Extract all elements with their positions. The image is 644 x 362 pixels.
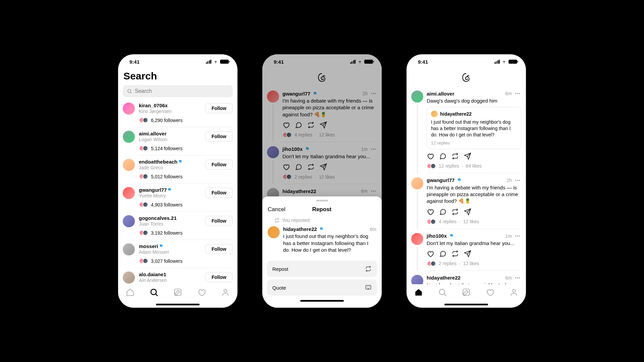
repost-icon[interactable] [307, 163, 315, 171]
repost-icon[interactable] [451, 250, 459, 257]
svg-point-12 [371, 191, 372, 192]
more-icon[interactable] [514, 233, 521, 239]
follower-avatars [282, 174, 292, 180]
username[interactable]: kiran_0706x [139, 103, 202, 108]
reply-icon[interactable] [295, 121, 302, 129]
username[interactable]: mosseri [139, 243, 202, 249]
post-username[interactable]: gwangurl77 [282, 91, 310, 97]
username[interactable]: gogoncalves.21 [139, 215, 202, 221]
post[interactable]: hidayathere226mI just found out that my … [407, 271, 526, 284]
tab-search[interactable] [150, 288, 158, 297]
like-count[interactable]: 12 likes [319, 132, 335, 137]
user-row[interactable]: alo.daiane1Airi AndersenFollow [118, 268, 237, 284]
username[interactable]: aimi.allover [139, 131, 202, 136]
tab-activity[interactable] [486, 288, 494, 297]
repost-icon[interactable] [451, 208, 459, 216]
repost-icon[interactable] [307, 121, 315, 129]
reply-icon[interactable] [439, 250, 446, 257]
post-username[interactable]: jiho100x [282, 146, 303, 152]
follower-count: 4,903 followers [151, 202, 182, 207]
reply-count[interactable]: 2 replies [439, 261, 457, 266]
post[interactable]: gwangurl772hI'm having a debate with my … [407, 173, 526, 229]
post-username[interactable]: aimi.allover [427, 91, 454, 97]
post-username[interactable]: gwangurl77 [427, 177, 454, 183]
user-row[interactable]: gwangurl77Yvette Mistry4,903 followersFo… [118, 184, 237, 212]
like-count[interactable]: 12 likes [463, 261, 479, 266]
follow-button[interactable]: Follow [205, 131, 233, 141]
app-header [262, 69, 382, 86]
like-count[interactable]: 12 likes [319, 174, 335, 180]
user-row[interactable]: mosseriAdam Mosseri3,027 followersFollow [118, 240, 237, 268]
tab-profile[interactable] [221, 288, 230, 297]
like-count[interactable]: 64 likes [466, 163, 482, 169]
post[interactable]: aimi.allover6mDawg's dawg's dog dogged h… [407, 86, 526, 173]
user-row[interactable]: gogoncalves.21Juan Torres3,192 followers… [118, 212, 237, 240]
post-username[interactable]: hidayathere22 [282, 188, 316, 194]
post[interactable]: gwangurl772hI'm having a debate with my … [262, 86, 382, 142]
like-icon[interactable] [282, 121, 290, 129]
post[interactable]: jiho100x1mDon't let my Italian grandma h… [407, 229, 526, 271]
share-icon[interactable] [320, 121, 327, 129]
user-row[interactable]: aimi.alloverLogan Wilson5,124 followersF… [118, 127, 237, 156]
reply-icon[interactable] [295, 163, 302, 171]
tab-search[interactable] [438, 288, 447, 297]
username[interactable]: gwangurl77 [139, 187, 202, 193]
more-icon[interactable] [370, 146, 377, 152]
repost-button[interactable]: Repost [267, 261, 377, 277]
more-icon[interactable] [370, 90, 377, 97]
username[interactable]: alo.daiane1 [139, 272, 202, 277]
follow-button[interactable]: Follow [205, 216, 233, 226]
more-icon[interactable] [370, 188, 377, 194]
tab-compose[interactable] [173, 288, 182, 297]
share-icon[interactable] [464, 153, 471, 160]
sheet-grabber[interactable] [316, 200, 328, 201]
more-icon[interactable] [514, 90, 521, 97]
thread-line [273, 105, 273, 142]
post-username[interactable]: jiho100x [427, 233, 447, 239]
like-icon[interactable] [427, 250, 434, 257]
follow-button[interactable]: Follow [205, 103, 233, 113]
username[interactable]: endoatthebeach [139, 159, 202, 165]
share-icon[interactable] [320, 163, 327, 171]
verified-badge-icon [305, 147, 310, 151]
tab-profile[interactable] [509, 288, 518, 297]
quoted-post[interactable]: hidayathere22I just found out that my ne… [427, 107, 521, 149]
reply-count[interactable]: 4 replies [439, 219, 457, 224]
reply-count[interactable]: 12 replies [439, 163, 459, 169]
quoted-replies[interactable]: 12 replies [431, 140, 517, 145]
more-icon[interactable] [514, 177, 521, 183]
more-icon[interactable] [514, 275, 521, 281]
tab-home[interactable] [414, 288, 423, 297]
follower-count: 5,124 followers [151, 146, 182, 151]
reply-icon[interactable] [439, 208, 446, 216]
sheet-post-username[interactable]: hidayathere22 [283, 226, 317, 232]
like-icon[interactable] [282, 163, 290, 171]
cancel-button[interactable]: Cancel [268, 206, 285, 213]
user-row[interactable]: endoatthebeachJade Greco5,012 followersF… [118, 156, 237, 184]
search-field[interactable] [123, 85, 233, 97]
fullname: Adam Mosseri [139, 249, 202, 255]
avatar [411, 177, 423, 189]
like-count[interactable]: 12 likes [463, 219, 479, 224]
post[interactable]: jiho100x1mDon't let my Italian grandma h… [262, 142, 382, 184]
reply-count[interactable]: 2 replies [294, 174, 312, 180]
share-icon[interactable] [464, 208, 471, 216]
follow-button[interactable]: Follow [205, 244, 233, 254]
follow-button[interactable]: Follow [205, 188, 233, 198]
user-row[interactable]: kiran_0706xKirsi Jørgensen6,290 follower… [118, 99, 237, 127]
tab-home[interactable] [126, 288, 135, 297]
share-icon[interactable] [464, 250, 471, 257]
reply-count[interactable]: 4 replies [294, 132, 312, 137]
like-icon[interactable] [427, 208, 434, 216]
reply-icon[interactable] [439, 153, 446, 160]
like-icon[interactable] [427, 153, 434, 160]
repost-icon[interactable] [451, 153, 459, 160]
search-input[interactable] [135, 88, 229, 94]
follow-button[interactable]: Follow [205, 160, 233, 170]
post-username[interactable]: hidayathere22 [427, 275, 461, 281]
follow-button[interactable]: Follow [205, 272, 233, 282]
tab-compose[interactable] [462, 288, 471, 297]
quote-button[interactable]: Quote [267, 280, 377, 296]
quoted-username[interactable]: hidayathere22 [440, 111, 472, 117]
tab-activity[interactable] [197, 288, 206, 297]
